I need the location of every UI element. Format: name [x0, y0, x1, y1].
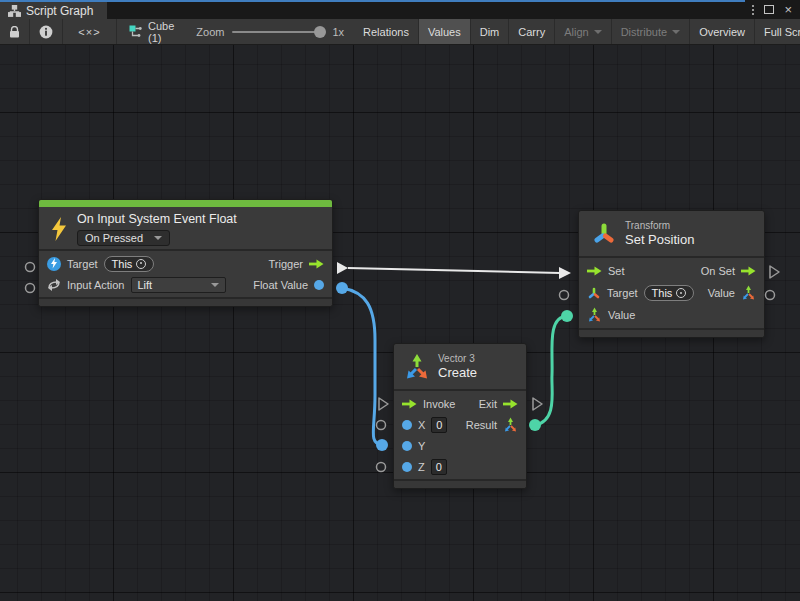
input-action-port-row: Input Action Lift Float Value: [39, 274, 332, 295]
input-action-dropdown[interactable]: Lift: [131, 277, 226, 293]
float-value-port-label: Float Value: [253, 279, 308, 291]
chevron-down-icon: [154, 236, 162, 240]
float-value-port[interactable]: [314, 280, 324, 290]
maximize-icon[interactable]: [764, 5, 774, 14]
dim-button[interactable]: Dim: [471, 19, 510, 44]
node-vector3-create[interactable]: Vector 3 Create Invoke Exit X 0: [393, 343, 527, 489]
close-icon[interactable]: ×: [784, 0, 792, 19]
vector3-mini-icon[interactable]: [741, 285, 756, 301]
exit-port-label: Exit: [479, 398, 497, 410]
node-footer: [39, 297, 332, 306]
relations-button[interactable]: Relations: [354, 19, 419, 44]
target-port-label: Target: [607, 287, 638, 299]
x-value-field[interactable]: 0: [431, 417, 447, 433]
zoom-control: Zoom 1x: [186, 19, 354, 44]
carry-button[interactable]: Carry: [509, 19, 555, 44]
dim-label: Dim: [480, 26, 500, 38]
y-input-port[interactable]: [402, 441, 412, 451]
z-value-field[interactable]: 0: [431, 459, 447, 475]
lightning-bolt-icon: [49, 216, 69, 242]
align-dropdown[interactable]: Align: [555, 19, 611, 44]
event-mode-dropdown[interactable]: On Pressed: [77, 230, 170, 246]
transform-mini-icon: [587, 286, 601, 300]
node-title: On Input System Event Float: [77, 211, 237, 227]
event-accent-bar: [39, 200, 332, 207]
overview-button[interactable]: Overview: [690, 19, 755, 44]
code-preview-toggle[interactable]: <×>: [63, 19, 117, 44]
on-set-port-label: On Set: [701, 265, 735, 277]
y-row: Y: [394, 435, 526, 456]
value-input-row: Value: [579, 304, 764, 326]
focus-highlight-line: [0, 0, 745, 2]
input-action-value: Lift: [138, 279, 153, 291]
zoom-value: 1x: [332, 26, 344, 38]
invoke-exit-row: Invoke Exit: [394, 393, 526, 414]
object-picker-icon[interactable]: [136, 259, 146, 269]
value-input-label: Value: [608, 309, 635, 321]
node-category: Transform: [625, 219, 694, 232]
flow-arrow-icon[interactable]: [402, 399, 417, 409]
lock-button[interactable]: [0, 19, 30, 44]
vector3-icon: [404, 353, 430, 381]
result-port-label: Result: [466, 419, 497, 431]
node-footer: [394, 479, 526, 488]
graph-canvas[interactable]: On Input System Event Float On Pressed T…: [0, 45, 800, 601]
window-tab-bar: Script Graph ×: [0, 0, 800, 19]
z-port-label: Z: [418, 461, 425, 473]
values-button[interactable]: Values: [419, 19, 471, 44]
menu-icon[interactable]: [752, 5, 754, 15]
align-label: Align: [564, 26, 588, 38]
node-footer: [579, 328, 764, 337]
z-input-port[interactable]: [402, 462, 412, 472]
chevron-down-icon: [594, 30, 602, 34]
fullscreen-label: Full Screen: [764, 26, 800, 38]
relations-label: Relations: [363, 26, 409, 38]
values-label: Values: [428, 26, 461, 38]
distribute-label: Distribute: [621, 26, 667, 38]
lock-icon: [9, 26, 20, 38]
flow-arrow-icon[interactable]: [587, 266, 602, 276]
fullscreen-button[interactable]: Full Screen: [755, 19, 800, 44]
info-icon: [39, 25, 53, 39]
target-object-value: This: [652, 287, 673, 299]
invoke-port-label: Invoke: [423, 398, 455, 410]
chevron-down-icon: [672, 30, 680, 34]
event-unit-icon: [47, 257, 61, 271]
node-title: Set Position: [625, 232, 694, 248]
distribute-dropdown[interactable]: Distribute: [612, 19, 690, 44]
flow-arrow-icon[interactable]: [309, 259, 324, 269]
target-object-value: This: [112, 258, 133, 270]
chevron-down-icon: [211, 283, 219, 287]
target-object-field[interactable]: This: [104, 256, 155, 272]
value-output-label: Value: [708, 287, 735, 299]
input-action-port-label: Input Action: [67, 279, 125, 291]
target-port-row: Target This Trigger: [39, 253, 332, 274]
tab-label: Script Graph: [26, 4, 93, 18]
vector3-mini-icon[interactable]: [587, 307, 602, 323]
x-result-row: X 0 Result: [394, 414, 526, 435]
set-row: Set On Set: [579, 260, 764, 282]
graph-ref-icon: [129, 25, 142, 38]
node-transform-set-position[interactable]: Transform Set Position Set On Set: [578, 210, 765, 338]
info-button[interactable]: [30, 19, 63, 44]
x-port-label: X: [418, 419, 425, 431]
graph-icon: [8, 5, 21, 17]
x-input-port[interactable]: [402, 420, 412, 430]
zoom-slider[interactable]: [232, 31, 324, 33]
trigger-port-label: Trigger: [269, 258, 303, 270]
z-row: Z 0: [394, 456, 526, 477]
flow-arrow-icon[interactable]: [503, 399, 518, 409]
object-picker-icon[interactable]: [676, 288, 686, 298]
zoom-slider-handle[interactable]: [314, 26, 326, 38]
node-title: Create: [438, 365, 477, 381]
overview-label: Overview: [699, 26, 745, 38]
flow-arrow-icon[interactable]: [741, 266, 756, 276]
graph-breadcrumb[interactable]: Cube (1): [117, 19, 186, 44]
target-object-field[interactable]: This: [644, 285, 695, 301]
graph-toolbar: <×> Cube (1) Zoom 1x Relations Values Di…: [0, 19, 800, 45]
y-port-label: Y: [418, 440, 425, 452]
graph-ref-label: Cube (1): [148, 20, 174, 44]
node-on-input-system-event-float[interactable]: On Input System Event Float On Pressed T…: [38, 199, 333, 307]
tab-script-graph[interactable]: Script Graph: [0, 0, 107, 19]
vector3-mini-icon[interactable]: [503, 417, 518, 433]
